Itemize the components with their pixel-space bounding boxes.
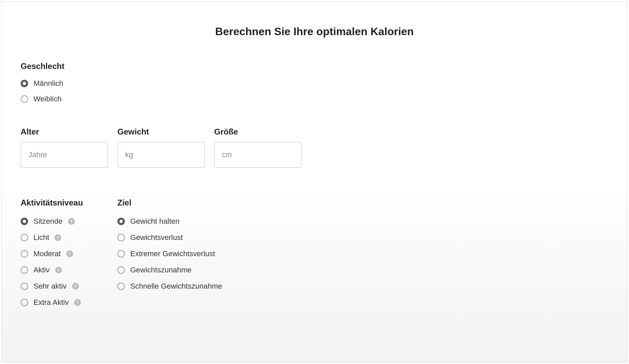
radio-icon (21, 234, 28, 241)
goal-label: Ziel (117, 198, 222, 208)
radio-icon (117, 250, 125, 258)
radio-label-text: Aktiv (33, 266, 50, 274)
radio-icon (21, 80, 28, 87)
gender-radio-female[interactable]: Weiblich (21, 95, 608, 103)
radio-label-text: Extra Aktiv (33, 298, 69, 307)
help-icon[interactable]: ? (55, 267, 62, 273)
gender-section: Geschlecht Männlich Weiblich (21, 62, 608, 103)
age-input[interactable] (21, 142, 108, 168)
activity-radio-light[interactable]: Licht ? (21, 233, 108, 242)
radio-icon (21, 266, 28, 274)
weight-label: Gewicht (117, 127, 205, 137)
goal-radio-group: Gewicht halten Gewichtsverlust Extremer … (117, 217, 222, 291)
radio-icon (117, 266, 125, 274)
activity-radio-group: Sitzende ? Licht ? Moderat ? Aktiv ? (21, 217, 108, 307)
radio-label-text: Extremer Gewichtsverlust (130, 249, 215, 258)
gender-label: Geschlecht (21, 62, 608, 71)
radio-label-text: Moderat (33, 249, 61, 258)
height-label: Größe (214, 127, 301, 137)
radio-icon (21, 250, 28, 258)
radio-label-text: Gewichtsverlust (130, 233, 183, 242)
page-title: Berechnen Sie Ihre optimalen Kalorien (21, 25, 608, 38)
help-icon[interactable]: ? (54, 234, 61, 241)
radio-icon (21, 299, 28, 306)
radio-label-text: Sitzende (33, 217, 63, 226)
radio-icon (117, 218, 125, 225)
age-block: Alter (21, 127, 108, 168)
gender-radio-group: Männlich Weiblich (21, 79, 608, 103)
calorie-calculator-panel: Berechnen Sie Ihre optimalen Kalorien Ge… (1, 1, 628, 363)
goal-radio-gain[interactable]: Gewichtszunahme (117, 266, 222, 274)
activity-radio-moderate[interactable]: Moderat ? (21, 249, 108, 258)
age-label: Alter (21, 127, 108, 137)
goal-radio-fast-gain[interactable]: Schnelle Gewichtszunahme (117, 282, 222, 291)
activity-radio-sedentary[interactable]: Sitzende ? (21, 217, 108, 226)
radio-icon (21, 218, 28, 225)
help-icon[interactable]: ? (66, 250, 73, 257)
activity-goal-row: Aktivitätsniveau Sitzende ? Licht ? Mode… (21, 198, 608, 307)
height-block: Größe (214, 127, 301, 168)
goal-radio-loss[interactable]: Gewichtsverlust (117, 233, 222, 242)
gender-radio-male[interactable]: Männlich (21, 79, 608, 88)
radio-label-text: Gewicht halten (130, 217, 180, 226)
goal-radio-maintain[interactable]: Gewicht halten (117, 217, 222, 226)
activity-radio-extra-active[interactable]: Extra Aktiv ? (21, 298, 108, 307)
radio-icon (21, 283, 28, 290)
radio-label-text: Schnelle Gewichtszunahme (130, 282, 222, 291)
goal-radio-extreme-loss[interactable]: Extremer Gewichtsverlust (117, 249, 222, 258)
help-icon[interactable]: ? (72, 283, 79, 290)
weight-input[interactable] (117, 142, 205, 168)
activity-radio-active[interactable]: Aktiv ? (21, 266, 108, 274)
radio-label-text: Weiblich (33, 95, 62, 103)
activity-label: Aktivitätsniveau (21, 198, 108, 208)
help-icon[interactable]: ? (74, 299, 81, 306)
radio-icon (21, 95, 28, 103)
radio-label-text: Gewichtszunahme (130, 266, 192, 274)
help-icon[interactable]: ? (68, 218, 75, 225)
radio-label-text: Männlich (33, 79, 63, 88)
radio-icon (117, 283, 125, 290)
radio-icon (117, 234, 125, 241)
radio-label-text: Licht (33, 233, 49, 242)
weight-block: Gewicht (117, 127, 205, 168)
activity-section: Aktivitätsniveau Sitzende ? Licht ? Mode… (21, 198, 108, 307)
goal-section: Ziel Gewicht halten Gewichtsverlust Extr… (117, 198, 222, 307)
radio-label-text: Sehr aktiv (33, 282, 67, 291)
height-input[interactable] (214, 142, 301, 168)
activity-radio-very-active[interactable]: Sehr aktiv ? (21, 282, 108, 291)
numeric-inputs-row: Alter Gewicht Größe (21, 127, 608, 168)
